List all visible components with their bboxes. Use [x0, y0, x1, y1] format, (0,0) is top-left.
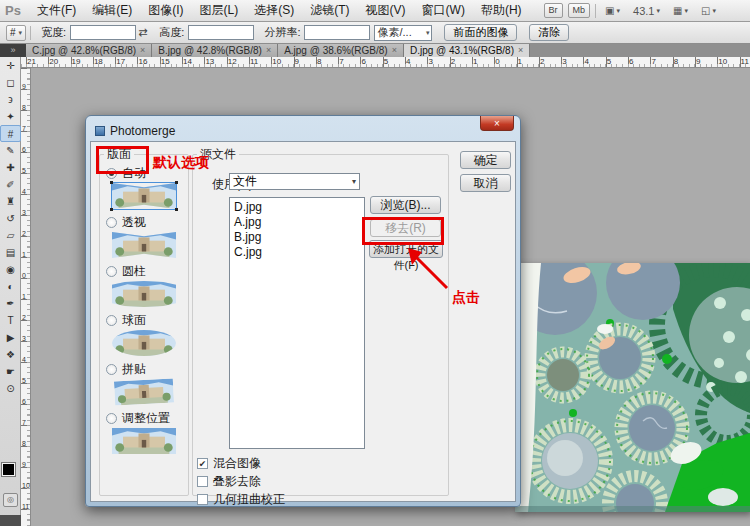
menu-image[interactable]: 图像(I)	[140, 0, 191, 21]
checkbox-geometric-distortion-correction[interactable]	[197, 494, 208, 505]
layout-thumbnail-collage	[112, 379, 176, 405]
layout-option-perspective[interactable]: 透视	[106, 215, 188, 230]
panorama-thumbnail	[114, 379, 174, 406]
healing-brush-tool[interactable]: ✚	[0, 159, 21, 176]
crop-tool-preset-button[interactable]: # ▾	[6, 25, 26, 41]
document-tab-a[interactable]: A.jpg @ 38.6%(RGB/8)×	[278, 44, 404, 57]
menu-view[interactable]: 视图(V)	[358, 0, 414, 21]
brush-tool[interactable]: ✐	[0, 176, 21, 193]
panorama-thumbnail	[112, 183, 176, 209]
clear-button[interactable]: 清除	[529, 24, 569, 41]
launch-mini-bridge-button[interactable]: Mb	[568, 3, 591, 18]
hand-tool[interactable]: ☛	[0, 363, 21, 380]
ruler-number: 10	[718, 57, 727, 66]
menu-select[interactable]: 选择(S)	[246, 0, 302, 21]
radio-collage[interactable]	[106, 364, 117, 375]
use-select[interactable]: 文件 ▾	[229, 173, 360, 190]
radio-cylindrical[interactable]	[106, 266, 117, 277]
lasso-tool[interactable]: ϶	[0, 91, 21, 108]
file-item[interactable]: B.jpg	[230, 230, 364, 245]
quick-selection-tool[interactable]: ✦	[0, 108, 21, 125]
dialog-titlebar[interactable]: Photomerge	[90, 120, 516, 141]
type-tool[interactable]: T	[0, 312, 21, 329]
panel-background	[0, 515, 21, 526]
clone-stamp-tool[interactable]: ♜	[0, 193, 21, 210]
pen-tool[interactable]: ✒	[0, 295, 21, 312]
gradient-tool[interactable]: ▤	[0, 244, 21, 261]
quick-mask-button[interactable]: ◎	[3, 493, 18, 507]
file-item[interactable]: C.jpg	[230, 245, 364, 260]
screen-mode-button[interactable]: ◱ ▾	[697, 3, 720, 18]
checkbox-vignette-removal[interactable]	[197, 476, 208, 487]
ruler-number: 2	[22, 314, 30, 321]
zoom-level-control[interactable]: 43.1 ▾	[629, 3, 664, 19]
horizontal-ruler: 2120191817161514131211109876543210123456…	[21, 57, 750, 68]
crop-tool[interactable]: #	[0, 125, 21, 142]
document-tab-b[interactable]: B.jpg @ 42.8%(RGB/8)×	[152, 44, 278, 57]
path-selection-tool[interactable]: ▶	[0, 329, 21, 346]
browse-button[interactable]: 浏览(B)...	[370, 196, 441, 214]
height-input[interactable]	[188, 25, 254, 40]
menu-edit[interactable]: 编辑(E)	[84, 0, 140, 21]
source-file-list[interactable]: D.jpgA.jpgB.jpgC.jpg	[229, 197, 365, 449]
cancel-button[interactable]: 取消	[460, 174, 511, 192]
radio-spherical[interactable]	[106, 315, 117, 326]
file-item[interactable]: D.jpg	[230, 200, 364, 215]
blur-tool[interactable]: ◉	[0, 261, 21, 278]
menu-layer[interactable]: 图层(L)	[192, 0, 247, 21]
layout-thumbnail-perspective	[112, 232, 176, 258]
ruler-number: 7	[22, 125, 30, 132]
arrange-documents-button[interactable]: ▦ ▾	[669, 3, 692, 18]
resolution-unit-select[interactable]: 像素/... ▾	[374, 25, 432, 41]
custom-shape-tool[interactable]: ❖	[0, 346, 21, 363]
tools-panel: ✛◻϶✦#✎✚✐♜↺▱▤◉◐✒T▶❖☛⊙ ◎	[0, 57, 21, 526]
checkbox-row-geometric-distortion-correction[interactable]: 几何扭曲校正	[197, 491, 285, 508]
eraser-tool[interactable]: ▱	[0, 227, 21, 244]
annotation-box-default-option	[96, 146, 149, 174]
radio-reposition[interactable]	[106, 413, 117, 424]
ruler-number: 10	[272, 57, 281, 66]
menu-filter[interactable]: 滤镜(T)	[302, 0, 357, 21]
chevron-down-icon: ▾	[656, 7, 660, 15]
radio-perspective[interactable]	[106, 217, 117, 228]
close-icon[interactable]: ×	[140, 46, 145, 55]
layout-option-reposition[interactable]: 调整位置	[106, 411, 188, 426]
checkbox-blend-images[interactable]: ✔	[197, 458, 208, 469]
swap-dimensions-icon[interactable]: ⇄	[138, 26, 147, 39]
checkbox-row-vignette-removal[interactable]: 叠影去除	[197, 473, 261, 490]
menu-file[interactable]: 文件(F)	[29, 0, 84, 21]
layout-option-spherical[interactable]: 球面	[106, 313, 188, 328]
foreground-color-swatch[interactable]	[2, 463, 15, 476]
menu-help[interactable]: 帮助(H)	[473, 0, 530, 21]
menu-window[interactable]: 窗口(W)	[414, 0, 473, 21]
launch-bridge-button[interactable]: Br	[544, 3, 563, 18]
zoom-tool[interactable]: ⊙	[0, 380, 21, 397]
layout-option-collage[interactable]: 拼贴	[106, 362, 188, 377]
close-icon[interactable]: ×	[392, 46, 397, 55]
ruler-number: 10	[22, 482, 30, 489]
resolution-input[interactable]	[304, 25, 370, 40]
view-extras-button[interactable]: ▣ ▾	[601, 3, 624, 18]
document-tab-d[interactable]: D.jpg @ 43.1%(RGB/8)×	[404, 44, 530, 57]
file-item[interactable]: A.jpg	[230, 215, 364, 230]
close-icon[interactable]: ×	[480, 116, 514, 131]
dodge-tool[interactable]: ◐	[0, 278, 21, 295]
move-tool[interactable]: ✛	[0, 57, 21, 74]
ok-button[interactable]: 确定	[460, 151, 511, 169]
front-image-button[interactable]: 前面的图像	[444, 24, 517, 41]
ruler-number: 11	[22, 503, 30, 510]
marquee-tool[interactable]: ◻	[0, 74, 21, 91]
ruler-number: 11	[741, 57, 749, 66]
panel-collapse-icon[interactable]: »	[0, 44, 26, 57]
close-icon[interactable]: ×	[518, 46, 523, 55]
close-icon[interactable]: ×	[266, 46, 271, 55]
width-input[interactable]	[70, 25, 136, 40]
ruler-number: 3	[22, 335, 30, 342]
selection-handle	[110, 181, 113, 184]
document-tab-c[interactable]: C.jpg @ 42.8%(RGB/8)×	[26, 44, 152, 57]
checkbox-row-blend-images[interactable]: ✔混合图像	[197, 455, 261, 472]
layout-option-cylindrical[interactable]: 圆柱	[106, 264, 188, 279]
eyedropper-tool[interactable]: ✎	[0, 142, 21, 159]
ruler-number: 5	[384, 57, 388, 66]
history-brush-tool[interactable]: ↺	[0, 210, 21, 227]
